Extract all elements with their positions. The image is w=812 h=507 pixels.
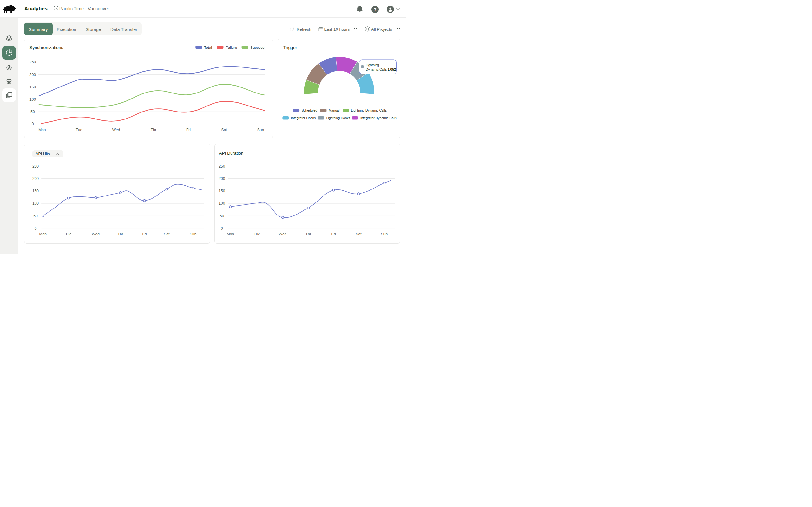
svg-text:Failure: Failure	[225, 45, 237, 50]
svg-text:Wed: Wed	[112, 128, 120, 132]
svg-text:150: 150	[218, 189, 225, 193]
svg-text:Mon: Mon	[39, 232, 47, 236]
svg-text:Manual: Manual	[328, 108, 339, 112]
svg-text:Fri: Fri	[142, 232, 147, 236]
svg-text:Wed: Wed	[92, 232, 99, 236]
svg-text:Tue: Tue	[76, 128, 83, 132]
svg-text:150: 150	[32, 189, 39, 193]
svg-text:Fri: Fri	[332, 232, 336, 236]
svg-text:50: 50	[33, 214, 38, 218]
svg-text:100: 100	[32, 201, 39, 206]
svg-text:Scheduled: Scheduled	[301, 108, 317, 112]
svg-text:Sat: Sat	[356, 232, 362, 236]
svg-text:Lightning Dynamic Calls: Lightning Dynamic Calls	[351, 108, 387, 112]
svg-text:Lightning: Lightning	[366, 63, 379, 67]
svg-text:0: 0	[35, 226, 37, 231]
svg-text:0: 0	[32, 122, 34, 126]
svg-text:250: 250	[30, 60, 36, 64]
svg-text:Dynamic Calls 1,052: Dynamic Calls 1,052	[366, 67, 396, 71]
svg-text:Thr: Thr	[305, 232, 311, 236]
svg-text:Mon: Mon	[38, 128, 46, 132]
svg-text:0: 0	[221, 226, 223, 231]
svg-text:Success: Success	[250, 45, 264, 50]
svg-text:200: 200	[30, 72, 36, 77]
svg-text:Lightning Hooks: Lightning Hooks	[326, 116, 350, 120]
svg-text:Tue: Tue	[254, 232, 260, 236]
svg-text:100: 100	[30, 97, 36, 102]
svg-text:Fri: Fri	[186, 128, 191, 132]
svg-text:250: 250	[32, 164, 39, 169]
svg-text:50: 50	[220, 214, 224, 218]
svg-text:Tue: Tue	[65, 232, 72, 236]
svg-text:50: 50	[31, 110, 35, 114]
svg-text:Thr: Thr	[151, 128, 156, 132]
svg-text:150: 150	[30, 85, 36, 89]
svg-text:Sat: Sat	[221, 128, 227, 132]
svg-text:100: 100	[218, 201, 225, 206]
svg-text:Wed: Wed	[279, 232, 287, 236]
svg-text:Mon: Mon	[227, 232, 234, 236]
svg-text:Sun: Sun	[381, 232, 388, 236]
svg-text:Sun: Sun	[190, 232, 196, 236]
svg-text:250: 250	[218, 164, 225, 169]
svg-text:200: 200	[32, 176, 39, 181]
svg-text:Total: Total	[204, 45, 212, 50]
svg-text:Thr: Thr	[118, 232, 123, 236]
svg-text:200: 200	[218, 176, 225, 181]
svg-text:Sun: Sun	[257, 128, 264, 132]
svg-text:Integrator Hooks: Integrator Hooks	[291, 116, 316, 120]
svg-text:Sat: Sat	[164, 232, 170, 236]
svg-text:Integrator Dynamic Calls: Integrator Dynamic Calls	[360, 116, 397, 120]
